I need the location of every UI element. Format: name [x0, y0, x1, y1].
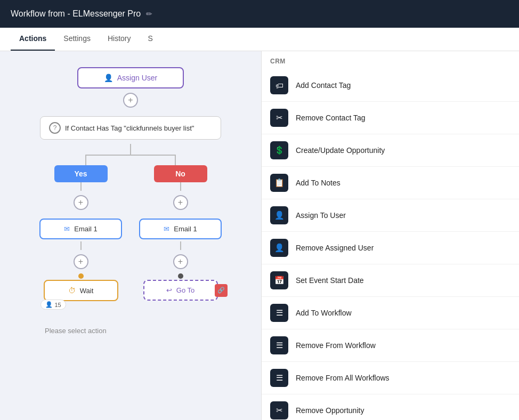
- action-icon-create-update-opportunity: 💲: [270, 141, 288, 159]
- email-node-yes[interactable]: ✉ Email 1: [39, 219, 122, 239]
- tabs-bar: Actions Settings History S: [0, 28, 519, 51]
- wait-icon: ⏱: [68, 286, 76, 295]
- wait-node[interactable]: ⏱ Wait 👤 15: [44, 280, 118, 301]
- workflow-container: 👤 Assign User + ? If Contact Has Tag "cl…: [11, 62, 250, 420]
- email-icon-yes: ✉: [64, 225, 70, 233]
- action-icon-add-to-notes: 📋: [270, 174, 288, 192]
- goto-icon: ↩: [166, 286, 172, 294]
- action-item-add-contact-tag[interactable]: 🏷 Add Contact Tag: [262, 69, 519, 102]
- action-label-set-event-start-date: Set Event Start Date: [296, 276, 364, 285]
- action-icon-remove-from-all-workflows: ☰: [270, 369, 288, 387]
- assign-user-icon: 👤: [104, 74, 113, 82]
- tab-s[interactable]: S: [140, 28, 161, 51]
- action-item-remove-contact-tag[interactable]: ✂ Remove Contact Tag: [262, 102, 519, 134]
- action-item-add-to-workflow[interactable]: ☰ Add To Workflow: [262, 297, 519, 329]
- branch-yes: Yes + ✉ Email 1 + ⏱ Wait: [39, 165, 122, 335]
- condition-label: If Contact Has Tag "clickfunnels buyer l…: [65, 124, 194, 132]
- edit-icon[interactable]: ✏: [146, 10, 152, 18]
- action-label-remove-from-workflow: Remove From Workflow: [296, 341, 376, 350]
- action-icon-remove-assigned-user: 👤: [270, 239, 288, 257]
- action-item-remove-from-workflow[interactable]: ☰ Remove From Workflow: [262, 329, 519, 362]
- action-label-remove-opportunity: Remove Opportunity: [296, 406, 364, 415]
- action-list: 🏷 Add Contact Tag ✂ Remove Contact Tag 💲…: [262, 69, 519, 420]
- email-icon-no: ✉: [164, 225, 169, 233]
- tab-settings[interactable]: Settings: [55, 28, 99, 51]
- action-panel: CRM 🏷 Add Contact Tag ✂ Remove Contact T…: [261, 51, 519, 420]
- main-content: 👤 Assign User + ? If Contact Has Tag "cl…: [0, 51, 519, 420]
- condition-node[interactable]: ? If Contact Has Tag "clickfunnels buyer…: [40, 116, 221, 140]
- action-icon-remove-opportunity: ✂: [270, 401, 288, 419]
- no-button[interactable]: No: [154, 165, 207, 182]
- dot-node-wait: [78, 273, 84, 279]
- section-crm-header: CRM: [262, 51, 519, 69]
- action-label-assign-to-user: Assign To User: [296, 211, 346, 220]
- action-label-add-to-notes: Add To Notes: [296, 179, 340, 187]
- workflow-canvas: 👤 Assign User + ? If Contact Has Tag "cl…: [0, 51, 261, 420]
- dot-node-goto: [178, 273, 183, 279]
- action-icon-add-contact-tag: 🏷: [270, 76, 288, 94]
- action-label-add-contact-tag: Add Contact Tag: [296, 81, 351, 90]
- action-item-remove-from-all-workflows[interactable]: ☰ Remove From All Workflows: [262, 362, 519, 394]
- action-label-add-to-workflow: Add To Workflow: [296, 309, 352, 317]
- header: Workflow from - ELMessenger Pro ✏: [0, 0, 519, 28]
- plus-button-1[interactable]: +: [123, 93, 138, 108]
- action-icon-set-event-start-date: 📅: [270, 271, 288, 289]
- action-item-set-event-start-date[interactable]: 📅 Set Event Start Date: [262, 264, 519, 297]
- email-label-yes: Email 1: [74, 225, 97, 233]
- action-label-remove-contact-tag: Remove Contact Tag: [296, 114, 365, 122]
- action-icon-remove-from-workflow: ☰: [270, 336, 288, 354]
- action-item-remove-opportunity[interactable]: ✂ Remove Opportunity: [262, 394, 519, 420]
- action-icon-remove-contact-tag: ✂: [270, 109, 288, 127]
- header-title: Workflow from - ELMessenger Pro: [11, 9, 141, 19]
- action-label-remove-assigned-user: Remove Assigned User: [296, 244, 374, 252]
- user-count: 15: [55, 302, 61, 308]
- email-node-no[interactable]: ✉ Email 1: [139, 219, 222, 239]
- action-icon-add-to-workflow: ☰: [270, 304, 288, 322]
- plus-button-yes-2[interactable]: +: [74, 254, 88, 269]
- tab-actions[interactable]: Actions: [11, 28, 55, 51]
- tab-history[interactable]: History: [99, 28, 140, 51]
- wait-label: Wait: [80, 287, 94, 295]
- branch-no: No + ✉ Email 1 + ↩ Go To 🔗: [139, 165, 222, 301]
- action-item-remove-assigned-user[interactable]: 👤 Remove Assigned User: [262, 232, 519, 264]
- link-icon: 🔗: [215, 284, 228, 297]
- assign-user-node[interactable]: 👤 Assign User: [77, 67, 184, 88]
- goto-label: Go To: [176, 286, 194, 294]
- action-label-remove-from-all-workflows: Remove From All Workflows: [296, 374, 390, 382]
- action-icon-assign-to-user: 👤: [270, 206, 288, 224]
- user-badge: 👤 15: [40, 300, 66, 310]
- user-icon-small: 👤: [45, 301, 53, 308]
- branches: Yes + ✉ Email 1 + ⏱ Wait: [39, 165, 222, 335]
- plus-button-no[interactable]: +: [173, 195, 188, 210]
- email-label-no: Email 1: [174, 225, 197, 233]
- action-label-create-update-opportunity: Create/Update Opportunity: [296, 146, 385, 155]
- assign-user-label: Assign User: [117, 74, 157, 82]
- goto-node[interactable]: ↩ Go To 🔗: [143, 280, 218, 301]
- yes-button[interactable]: Yes: [54, 165, 108, 182]
- action-item-assign-to-user[interactable]: 👤 Assign To User: [262, 199, 519, 232]
- please-select-text: Please select action: [45, 327, 107, 335]
- action-item-create-update-opportunity[interactable]: 💲 Create/Update Opportunity: [262, 134, 519, 167]
- plus-button-no-2[interactable]: +: [173, 254, 188, 269]
- plus-button-yes[interactable]: +: [74, 195, 88, 210]
- action-item-add-to-notes[interactable]: 📋 Add To Notes: [262, 167, 519, 199]
- condition-icon: ?: [49, 122, 61, 134]
